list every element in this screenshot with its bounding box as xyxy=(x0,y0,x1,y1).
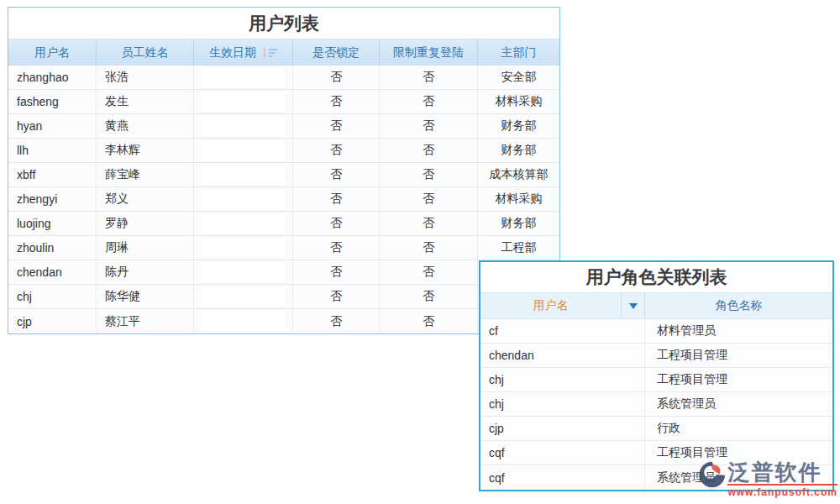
cell-employee-name: 李林辉 xyxy=(97,139,194,162)
col-effective-date-label: 生效日期 xyxy=(209,45,256,60)
cell-employee-name: 薛宝峰 xyxy=(97,163,194,186)
col-department[interactable]: 主部门 xyxy=(478,39,559,66)
effective-date-input[interactable] xyxy=(201,189,286,210)
cell-employee-name: 周琳 xyxy=(97,236,194,260)
sort-icon[interactable] xyxy=(262,47,277,58)
cell-department: 财务部 xyxy=(478,114,559,138)
cell-department: 财务部 xyxy=(478,212,559,235)
cell-locked: 否 xyxy=(293,285,380,308)
cell-department: 材料采购 xyxy=(478,187,559,211)
filter-dropdown-button[interactable] xyxy=(622,293,645,318)
role-row[interactable]: chj 系统管理员 xyxy=(480,392,832,417)
role-list-table: 用户角色关联列表 用户名 角色名称 cf 材料管理员 chendan 工程项目管… xyxy=(479,260,834,491)
cell-username: zhoulin xyxy=(8,236,97,260)
cell-effective-date xyxy=(194,187,293,211)
cell-username: cjp xyxy=(8,309,97,333)
user-row[interactable]: xbff 薛宝峰 否 否 成本核算部 xyxy=(8,163,559,187)
cell-effective-date xyxy=(194,285,293,308)
role-list-header: 用户名 角色名称 xyxy=(480,292,832,319)
cell-username: hyan xyxy=(8,114,97,138)
effective-date-input[interactable] xyxy=(201,311,286,332)
col-username-label: 用户名 xyxy=(34,45,70,60)
cell-effective-date xyxy=(194,114,293,138)
cell-username: llh xyxy=(8,139,97,162)
cell-restrict-login: 否 xyxy=(380,309,478,333)
col-role-username[interactable]: 用户名 xyxy=(480,293,622,318)
user-row[interactable]: llh 李林辉 否 否 财务部 xyxy=(8,139,559,163)
cell-employee-name: 陈丹 xyxy=(97,260,194,284)
user-row[interactable]: zhanghao 张浩 否 否 安全部 xyxy=(8,66,559,90)
effective-date-input[interactable] xyxy=(201,286,286,307)
col-department-label: 主部门 xyxy=(501,45,537,60)
cell-locked: 否 xyxy=(293,114,380,138)
cell-role-username: cf xyxy=(480,319,645,343)
effective-date-input[interactable] xyxy=(201,262,286,283)
cell-username: zhanghao xyxy=(8,66,97,89)
user-row[interactable]: zhoulin 周琳 否 否 工程部 xyxy=(8,236,559,260)
col-restrict-login[interactable]: 限制重复登陆 xyxy=(380,39,478,66)
effective-date-input[interactable] xyxy=(201,165,286,186)
effective-date-input[interactable] xyxy=(201,92,286,113)
cell-restrict-login: 否 xyxy=(380,260,478,284)
cell-role-username: cjp xyxy=(480,417,645,440)
cell-restrict-login: 否 xyxy=(380,163,478,186)
role-row[interactable]: cf 材料管理员 xyxy=(480,319,832,344)
col-restrict-login-label: 限制重复登陆 xyxy=(393,45,464,60)
cell-employee-name: 张浩 xyxy=(97,66,194,89)
user-row[interactable]: chendan 陈丹 否 否 xyxy=(8,260,559,285)
cell-effective-date xyxy=(194,236,293,260)
effective-date-input[interactable] xyxy=(201,238,286,259)
role-row[interactable]: chj 工程项目管理 xyxy=(480,368,832,392)
cell-effective-date xyxy=(194,90,293,113)
cell-role-name: 材料管理员 xyxy=(645,319,832,343)
user-list-table: 用户列表 用户名 员工姓名 生效日期 是否锁定 限制重复登陆 xyxy=(8,7,560,334)
user-row[interactable]: zhengyi 郑义 否 否 材料采购 xyxy=(8,187,559,212)
user-list-body: zhanghao 张浩 否 否 安全部 fasheng 发生 否 否 材料采购 … xyxy=(8,66,559,333)
cell-role-username: chendan xyxy=(480,344,645,367)
cell-role-username: chj xyxy=(480,368,645,391)
cell-username: chj xyxy=(8,285,97,308)
cell-username: luojing xyxy=(8,212,97,235)
user-list-header: 用户名 员工姓名 生效日期 是否锁定 限制重复登陆 主部门 xyxy=(8,39,559,66)
cell-role-username: chj xyxy=(480,392,645,416)
col-employee-name[interactable]: 员工姓名 xyxy=(97,39,194,66)
col-role-username-label: 用户名 xyxy=(533,298,569,313)
cell-role-username: cqf xyxy=(480,441,645,465)
cell-effective-date xyxy=(194,139,293,162)
effective-date-input[interactable] xyxy=(201,116,286,137)
cell-locked: 否 xyxy=(293,260,380,284)
col-locked[interactable]: 是否锁定 xyxy=(293,39,380,66)
sort-arrow-icon xyxy=(262,47,267,58)
cell-restrict-login: 否 xyxy=(380,90,478,113)
role-row[interactable]: cjp 行政 xyxy=(480,417,832,441)
cell-effective-date xyxy=(194,163,293,186)
cell-employee-name: 郑义 xyxy=(97,187,194,211)
effective-date-input[interactable] xyxy=(201,213,286,234)
user-row[interactable]: fasheng 发生 否 否 材料采购 xyxy=(8,90,559,114)
user-row[interactable]: cjp 蔡江平 否 否 xyxy=(8,309,559,333)
effective-date-input[interactable] xyxy=(201,67,286,88)
cell-role-name: 行政 xyxy=(645,417,832,440)
cell-locked: 否 xyxy=(293,212,380,235)
col-username[interactable]: 用户名 xyxy=(8,39,97,66)
col-role-name[interactable]: 角色名称 xyxy=(645,293,832,318)
user-row[interactable]: chj 陈华健 否 否 xyxy=(8,285,559,309)
effective-date-input[interactable] xyxy=(201,140,286,161)
cell-effective-date xyxy=(194,212,293,235)
cell-locked: 否 xyxy=(293,139,380,162)
cell-locked: 否 xyxy=(293,163,380,186)
user-row[interactable]: luojing 罗静 否 否 财务部 xyxy=(8,212,559,236)
cell-restrict-login: 否 xyxy=(380,139,478,162)
watermark: 泛普软件 www.fanpusoft.com xyxy=(697,460,837,498)
page: 用户列表 用户名 员工姓名 生效日期 是否锁定 限制重复登陆 xyxy=(0,0,840,504)
cell-effective-date xyxy=(194,260,293,284)
cell-locked: 否 xyxy=(293,66,380,89)
cell-employee-name: 黄燕 xyxy=(97,114,194,138)
role-row[interactable]: chendan 工程项目管理 xyxy=(480,344,832,368)
cell-locked: 否 xyxy=(293,90,380,113)
col-effective-date[interactable]: 生效日期 xyxy=(194,39,293,66)
user-row[interactable]: hyan 黄燕 否 否 财务部 xyxy=(8,114,559,139)
cell-role-name: 工程项目管理 xyxy=(645,344,832,367)
cell-department: 工程部 xyxy=(478,236,559,260)
watermark-url: www.fanpusoft.com xyxy=(727,484,837,498)
